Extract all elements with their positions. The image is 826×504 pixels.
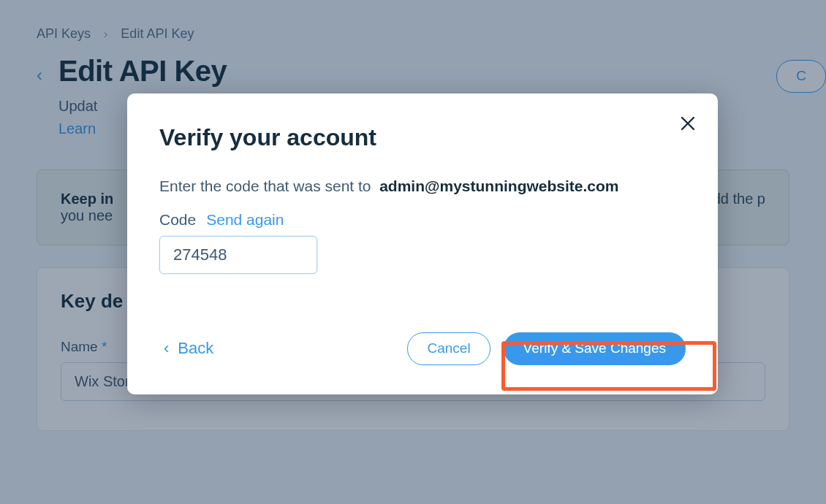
chevron-left-icon: ‹ <box>164 339 169 358</box>
cancel-button[interactable]: Cancel <box>407 332 490 365</box>
close-icon[interactable] <box>680 115 696 134</box>
code-row: Code Send again <box>159 211 686 229</box>
verify-account-modal: Verify your account Enter the code that … <box>127 93 718 394</box>
verify-save-button[interactable]: Verify & Save Changes <box>504 332 686 365</box>
back-label: Back <box>178 339 213 358</box>
modal-footer: ‹ Back Cancel Verify & Save Changes <box>159 332 686 365</box>
back-button[interactable]: ‹ Back <box>159 339 213 358</box>
code-label: Code <box>159 211 196 229</box>
prompt-prefix: Enter the code that was sent to <box>159 177 371 194</box>
code-input[interactable] <box>159 236 317 274</box>
modal-prompt: Enter the code that was sent to admin@my… <box>159 177 686 195</box>
send-again-link[interactable]: Send again <box>206 211 284 229</box>
prompt-email: admin@mystunningwebsite.com <box>379 177 618 194</box>
modal-title: Verify your account <box>159 124 686 151</box>
